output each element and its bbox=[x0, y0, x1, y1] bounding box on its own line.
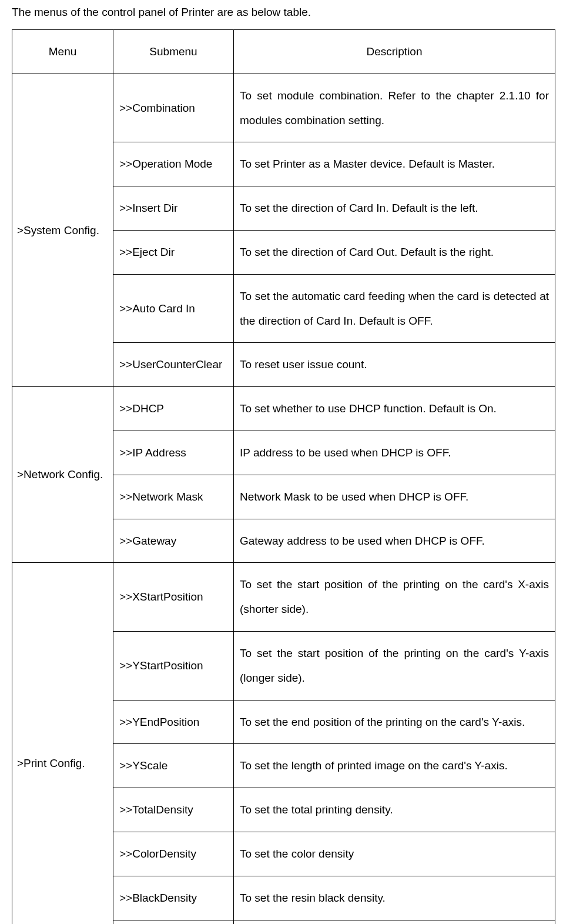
desc-cell: To reset user issue count. bbox=[234, 343, 555, 387]
desc-cell: To set the direction of Card Out. Defaul… bbox=[234, 230, 555, 274]
header-menu: Menu bbox=[12, 30, 113, 74]
desc-cell: To set Printer as a Master device. Defau… bbox=[234, 142, 555, 186]
table-row: >Print Config. >>XStartPosition To set t… bbox=[12, 563, 555, 632]
header-description: Description bbox=[234, 30, 555, 74]
submenu-cell: >>YScale bbox=[113, 744, 234, 788]
desc-cell: To set the start position of the printin… bbox=[234, 631, 555, 700]
table-header-row: Menu Submenu Description bbox=[12, 30, 555, 74]
submenu-cell: >>ColorDensity bbox=[113, 832, 234, 876]
submenu-cell: >>YStartPosition bbox=[113, 631, 234, 700]
document-page: The menus of the control panel of Printe… bbox=[0, 0, 573, 924]
submenu-cell: >>Gateway bbox=[113, 519, 234, 563]
desc-cell: To set the automatic card feeding when t… bbox=[234, 274, 555, 343]
submenu-cell: >>IP Address bbox=[113, 431, 234, 475]
submenu-cell: >>YEndPosition bbox=[113, 700, 234, 744]
menu-table: Menu Submenu Description >System Config.… bbox=[12, 29, 555, 924]
desc-cell: To set the start position of the printin… bbox=[234, 563, 555, 632]
menu-cell-system: >System Config. bbox=[12, 74, 113, 386]
desc-cell: To set the resin black density. bbox=[234, 876, 555, 920]
submenu-cell: >>DHCP bbox=[113, 387, 234, 431]
desc-cell: To set the end position of the printing … bbox=[234, 700, 555, 744]
desc-cell: To set the total printing density. bbox=[234, 788, 555, 832]
submenu-cell: >>Combination bbox=[113, 74, 234, 142]
desc-cell: To set module combination. Refer to the … bbox=[234, 74, 555, 142]
submenu-cell: >>Insert Dir bbox=[113, 186, 234, 231]
submenu-cell: >>Eject Dir bbox=[113, 230, 234, 274]
submenu-cell: >>Network Mask bbox=[113, 475, 234, 519]
desc-cell: To set overlay density. bbox=[234, 920, 555, 924]
desc-cell: IP address to be used when DHCP is OFF. bbox=[234, 431, 555, 475]
desc-cell: To set whether to use DHCP function. Def… bbox=[234, 387, 555, 431]
desc-cell: To set the length of printed image on th… bbox=[234, 744, 555, 788]
desc-cell: To set the color density bbox=[234, 832, 555, 876]
submenu-cell: >>Auto Card In bbox=[113, 274, 234, 343]
submenu-cell: >>XStartPosition bbox=[113, 563, 234, 632]
desc-cell: Gateway address to be used when DHCP is … bbox=[234, 519, 555, 563]
intro-text: The menus of the control panel of Printe… bbox=[12, 6, 555, 19]
header-submenu: Submenu bbox=[113, 30, 234, 74]
menu-cell-network: >Network Config. bbox=[12, 387, 113, 563]
submenu-cell: >>UserCounterClear bbox=[113, 343, 234, 387]
submenu-cell: >>BlackDensity bbox=[113, 876, 234, 920]
menu-cell-print: >Print Config. bbox=[12, 563, 113, 924]
table-row: >System Config. >>Combination To set mod… bbox=[12, 74, 555, 142]
submenu-cell: >>OverlayDensity bbox=[113, 920, 234, 924]
desc-cell: Network Mask to be used when DHCP is OFF… bbox=[234, 475, 555, 519]
desc-cell: To set the direction of Card In. Default… bbox=[234, 186, 555, 231]
submenu-cell: >>TotalDensity bbox=[113, 788, 234, 832]
submenu-cell: >>Operation Mode bbox=[113, 142, 234, 186]
table-row: >Network Config. >>DHCP To set whether t… bbox=[12, 387, 555, 431]
